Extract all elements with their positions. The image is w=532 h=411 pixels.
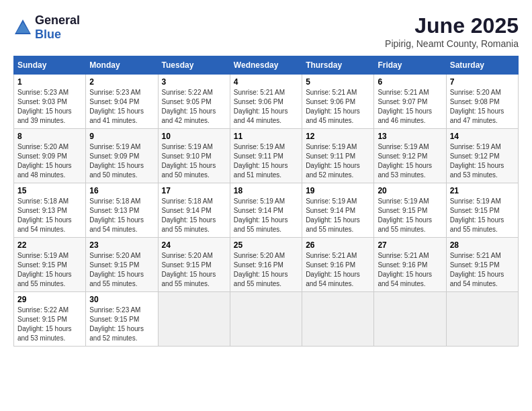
day-10: 10 Sunrise: 5:19 AMSunset: 9:10 PMDaylig… [158, 129, 230, 183]
day-number: 24 [162, 240, 226, 250]
day-info: Sunrise: 5:19 AMSunset: 9:15 PMDaylight:… [378, 197, 442, 234]
day-16: 16 Sunrise: 5:18 AMSunset: 9:13 PMDaylig… [86, 183, 158, 238]
day-number: 25 [234, 240, 298, 250]
day-info: Sunrise: 5:19 AMSunset: 9:12 PMDaylight:… [450, 142, 515, 180]
day-info: Sunrise: 5:21 AMSunset: 9:07 PMDaylight:… [378, 88, 442, 126]
day-7b: 7 Sunrise: 5:20 AMSunset: 9:08 PMDayligh… [446, 75, 518, 129]
day-info: Sunrise: 5:18 AMSunset: 9:13 PMDaylight:… [17, 197, 82, 234]
header-monday: Monday [86, 56, 158, 75]
logo-icon [13, 18, 32, 37]
day-21: 21 Sunrise: 5:19 AMSunset: 9:15 PMDaylig… [446, 183, 518, 238]
day-number: 18 [234, 186, 298, 195]
day-number: 17 [162, 186, 226, 195]
header-tuesday: Tuesday [158, 56, 230, 75]
day-info: Sunrise: 5:23 AMSunset: 9:04 PMDaylight:… [89, 88, 154, 126]
empty-cell [302, 292, 374, 347]
day-number: 14 [450, 132, 515, 141]
day-24: 24 Sunrise: 5:20 AMSunset: 9:15 PMDaylig… [158, 238, 230, 292]
day-13: 13 Sunrise: 5:19 AMSunset: 9:12 PMDaylig… [374, 129, 446, 183]
day-12: 12 Sunrise: 5:19 AMSunset: 9:11 PMDaylig… [302, 129, 374, 183]
day-info: Sunrise: 5:20 AMSunset: 9:09 PMDaylight:… [17, 142, 82, 180]
day-info: Sunrise: 5:23 AMSunset: 9:03 PMDaylight:… [17, 88, 82, 126]
day-20: 20 Sunrise: 5:19 AMSunset: 9:15 PMDaylig… [374, 183, 446, 238]
calendar-table: Sunday Monday Tuesday Wednesday Thursday… [13, 56, 519, 347]
header-wednesday: Wednesday [230, 56, 302, 75]
day-number: 13 [378, 132, 442, 141]
day-info: Sunrise: 5:23 AMSunset: 9:15 PMDaylight:… [89, 306, 154, 343]
day-number: 10 [162, 132, 226, 141]
day-info: Sunrise: 5:19 AMSunset: 9:15 PMDaylight:… [450, 197, 515, 234]
day-1: 1 Sunrise: 5:23 AMSunset: 9:03 PMDayligh… [14, 75, 86, 129]
day-info: Sunrise: 5:22 AMSunset: 9:05 PMDaylight:… [162, 88, 226, 126]
day-number: 2 [89, 77, 154, 87]
logo-text-blue: Blue [35, 28, 61, 41]
day-info: Sunrise: 5:21 AMSunset: 9:06 PMDaylight:… [234, 88, 298, 126]
logo-text-general: General [35, 13, 80, 27]
day-info: Sunrise: 5:21 AMSunset: 9:06 PMDaylight:… [306, 88, 370, 126]
day-number: 3 [162, 77, 226, 87]
day-info: Sunrise: 5:21 AMSunset: 9:15 PMDaylight:… [450, 251, 515, 289]
day-info: Sunrise: 5:20 AMSunset: 9:15 PMDaylight:… [89, 251, 154, 289]
header-sunday: Sunday [14, 56, 86, 75]
day-number: 27 [378, 240, 442, 250]
location: Pipirig, Neamt County, Romania [385, 38, 519, 49]
day-14: 14 Sunrise: 5:19 AMSunset: 9:12 PMDaylig… [446, 129, 518, 183]
day-info: Sunrise: 5:19 AMSunset: 9:15 PMDaylight:… [17, 251, 82, 289]
day-30: 30 Sunrise: 5:23 AMSunset: 9:15 PMDaylig… [86, 292, 158, 347]
header-thursday: Thursday [302, 56, 374, 75]
day-info: Sunrise: 5:19 AMSunset: 9:09 PMDaylight:… [89, 142, 154, 180]
header-saturday: Saturday [446, 56, 518, 75]
day-info: Sunrise: 5:19 AMSunset: 9:10 PMDaylight:… [162, 142, 226, 180]
day-info: Sunrise: 5:20 AMSunset: 9:15 PMDaylight:… [162, 251, 226, 289]
day-number: 15 [17, 186, 82, 195]
table-row: 29 Sunrise: 5:22 AMSunset: 9:15 PMDaylig… [14, 292, 519, 347]
day-number: 29 [17, 295, 82, 304]
day-info: Sunrise: 5:19 AMSunset: 9:14 PMDaylight:… [306, 197, 370, 234]
day-25: 25 Sunrise: 5:20 AMSunset: 9:16 PMDaylig… [230, 238, 302, 292]
day-number: 16 [89, 186, 154, 195]
day-number: 26 [306, 240, 370, 250]
day-number: 7 [450, 77, 515, 87]
logo: General Blue [13, 13, 80, 42]
day-info: Sunrise: 5:19 AMSunset: 9:11 PMDaylight:… [306, 142, 370, 180]
empty-cell [230, 292, 302, 347]
day-number: 19 [306, 186, 370, 195]
day-19: 19 Sunrise: 5:19 AMSunset: 9:14 PMDaylig… [302, 183, 374, 238]
table-row: 22 Sunrise: 5:19 AMSunset: 9:15 PMDaylig… [14, 238, 519, 292]
day-26: 26 Sunrise: 5:21 AMSunset: 9:16 PMDaylig… [302, 238, 374, 292]
empty-cell [446, 292, 518, 347]
day-number: 4 [234, 77, 298, 87]
month-year: June 2025 [385, 13, 519, 38]
day-info: Sunrise: 5:19 AMSunset: 9:12 PMDaylight:… [378, 142, 442, 180]
day-2: 2 Sunrise: 5:23 AMSunset: 9:04 PMDayligh… [86, 75, 158, 129]
header-friday: Friday [374, 56, 446, 75]
day-4: 4 Sunrise: 5:21 AMSunset: 9:06 PMDayligh… [230, 75, 302, 129]
day-number: 8 [17, 132, 82, 141]
title-block: June 2025 Pipirig, Neamt County, Romania [385, 13, 519, 49]
day-number: 11 [234, 132, 298, 141]
day-number: 6 [378, 77, 442, 87]
day-number: 5 [306, 77, 370, 87]
day-info: Sunrise: 5:18 AMSunset: 9:13 PMDaylight:… [89, 197, 154, 234]
table-row: 15 Sunrise: 5:18 AMSunset: 9:13 PMDaylig… [14, 183, 519, 238]
day-info: Sunrise: 5:21 AMSunset: 9:16 PMDaylight:… [306, 251, 370, 289]
day-23: 23 Sunrise: 5:20 AMSunset: 9:15 PMDaylig… [86, 238, 158, 292]
day-6: 6 Sunrise: 5:21 AMSunset: 9:07 PMDayligh… [374, 75, 446, 129]
day-info: Sunrise: 5:22 AMSunset: 9:15 PMDaylight:… [17, 306, 82, 343]
day-17: 17 Sunrise: 5:18 AMSunset: 9:14 PMDaylig… [158, 183, 230, 238]
day-info: Sunrise: 5:19 AMSunset: 9:11 PMDaylight:… [234, 142, 298, 180]
day-22: 22 Sunrise: 5:19 AMSunset: 9:15 PMDaylig… [14, 238, 86, 292]
day-info: Sunrise: 5:21 AMSunset: 9:16 PMDaylight:… [378, 251, 442, 289]
day-info: Sunrise: 5:19 AMSunset: 9:14 PMDaylight:… [234, 197, 298, 234]
day-3: 3 Sunrise: 5:22 AMSunset: 9:05 PMDayligh… [158, 75, 230, 129]
day-11: 11 Sunrise: 5:19 AMSunset: 9:11 PMDaylig… [230, 129, 302, 183]
empty-cell [158, 292, 230, 347]
day-18: 18 Sunrise: 5:19 AMSunset: 9:14 PMDaylig… [230, 183, 302, 238]
svg-marker-1 [16, 22, 30, 33]
day-5: 5 Sunrise: 5:21 AMSunset: 9:06 PMDayligh… [302, 75, 374, 129]
day-number: 22 [17, 240, 82, 250]
empty-cell [374, 292, 446, 347]
table-row: 8 Sunrise: 5:20 AMSunset: 9:09 PMDayligh… [14, 129, 519, 183]
day-number: 20 [378, 186, 442, 195]
day-info: Sunrise: 5:18 AMSunset: 9:14 PMDaylight:… [162, 197, 226, 234]
